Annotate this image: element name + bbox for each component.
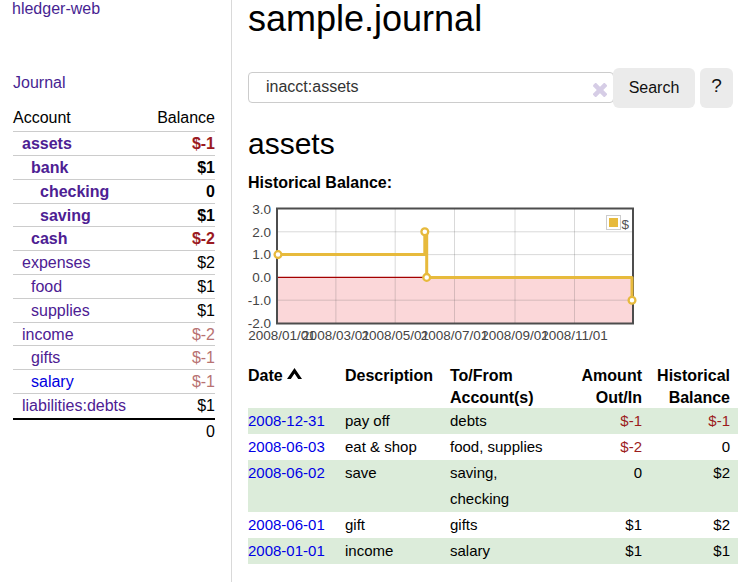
svg-text:$: $: [622, 217, 630, 232]
svg-text:1.0: 1.0: [252, 247, 271, 262]
svg-text:2.0: 2.0: [252, 225, 271, 240]
svg-text:2008/09/01: 2008/09/01: [481, 328, 549, 343]
svg-text:2008/05/01: 2008/05/01: [361, 328, 429, 343]
svg-text:2008/07/01: 2008/07/01: [421, 328, 489, 343]
svg-text:2008/03/01: 2008/03/01: [302, 328, 370, 343]
svg-text:3.0: 3.0: [252, 202, 271, 217]
svg-text:-1.0: -1.0: [248, 293, 271, 308]
svg-text:0.0: 0.0: [252, 270, 271, 285]
svg-text:2008/11/01: 2008/11/01: [541, 328, 608, 343]
